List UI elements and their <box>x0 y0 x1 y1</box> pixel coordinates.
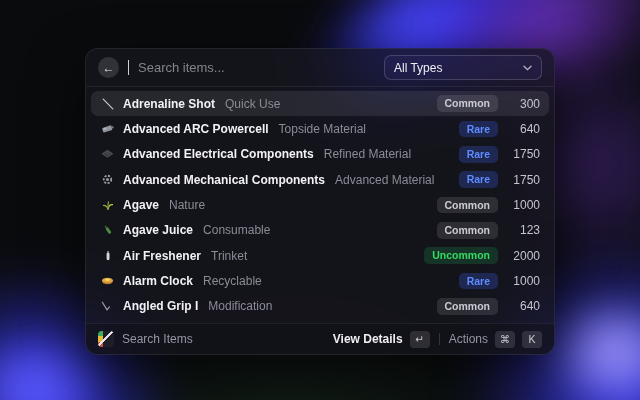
enter-key-icon: ↵ <box>410 331 430 348</box>
item-category: Trinket <box>211 249 247 263</box>
rarity-badge: Rare <box>459 273 498 290</box>
rarity-badge: Common <box>437 298 499 315</box>
gear-icon <box>100 172 115 187</box>
item-name: Alarm Clock <box>123 274 193 288</box>
view-details-button[interactable]: View Details <box>333 332 403 346</box>
footer-actions: View Details ↵ Actions ⌘ K <box>333 331 542 348</box>
list-item[interactable]: AgaveNatureCommon1000 <box>91 192 549 217</box>
rarity-badge: Common <box>437 197 499 214</box>
item-category: Recyclable <box>203 274 262 288</box>
footer-bar: Search Items View Details ↵ Actions ⌘ K <box>86 323 554 354</box>
text-caret <box>128 60 129 75</box>
type-filter-value: All Types <box>394 61 442 75</box>
item-category: Modification <box>208 299 272 313</box>
list-item[interactable]: Air FreshenerTrinketUncommon2000 <box>91 243 549 268</box>
item-value: 1000 <box>506 198 540 212</box>
type-filter-dropdown[interactable]: All Types <box>384 55 542 80</box>
footer-divider <box>439 333 440 345</box>
rarity-badge: Rare <box>459 146 498 163</box>
syringe-icon <box>100 96 115 111</box>
item-name: Agave Juice <box>123 223 193 237</box>
item-value: 300 <box>506 97 540 111</box>
item-category: Advanced Material <box>335 173 434 187</box>
item-value: 640 <box>506 299 540 313</box>
list-item[interactable]: Angled Grip IModificationCommon640 <box>91 294 549 319</box>
alarm-clock-icon <box>100 273 115 288</box>
bottle-icon <box>100 223 115 238</box>
rarity-badge: Rare <box>459 121 498 138</box>
item-value: 1750 <box>506 173 540 187</box>
grip-icon <box>100 299 115 314</box>
item-name: Advanced Electrical Components <box>123 147 314 161</box>
item-category: Refined Material <box>324 147 411 161</box>
item-value: 2000 <box>506 249 540 263</box>
item-results-list: Adrenaline ShotQuick UseCommon300Advance… <box>86 87 554 323</box>
item-name: Agave <box>123 198 159 212</box>
item-value: 640 <box>506 122 540 136</box>
app-logo-icon <box>98 331 114 347</box>
footer-context-label: Search Items <box>122 332 193 346</box>
command-key-icon: ⌘ <box>495 331 515 348</box>
plant-icon <box>100 197 115 212</box>
item-value: 1750 <box>506 147 540 161</box>
item-name: Advanced Mechanical Components <box>123 173 325 187</box>
item-category: Topside Material <box>279 122 366 136</box>
item-value: 1000 <box>506 274 540 288</box>
chip-icon <box>100 147 115 162</box>
item-value: 123 <box>506 223 540 237</box>
item-category: Quick Use <box>225 97 280 111</box>
list-item[interactable]: Alarm ClockRecyclableRare1000 <box>91 268 549 293</box>
rarity-badge: Rare <box>459 171 498 188</box>
arrow-left-icon: ← <box>103 62 115 74</box>
item-name: Angled Grip I <box>123 299 198 313</box>
item-name: Advanced ARC Powercell <box>123 122 269 136</box>
list-item[interactable]: Advanced Electrical ComponentsRefined Ma… <box>91 142 549 167</box>
list-item[interactable]: Agave JuiceConsumableCommon123 <box>91 218 549 243</box>
item-category: Consumable <box>203 223 270 237</box>
powercell-icon <box>100 121 115 136</box>
rarity-badge: Common <box>437 222 499 239</box>
back-button[interactable]: ← <box>98 57 119 78</box>
actions-button[interactable]: Actions <box>449 332 488 346</box>
search-palette-window: ← Search items... All Types Adrenaline S… <box>85 48 555 355</box>
item-name: Air Freshener <box>123 249 201 263</box>
rarity-badge: Uncommon <box>424 247 498 264</box>
search-input[interactable]: Search items... <box>138 60 375 75</box>
search-header: ← Search items... All Types <box>86 49 554 87</box>
air-freshener-icon <box>100 248 115 263</box>
list-item[interactable]: Advanced Mechanical ComponentsAdvanced M… <box>91 167 549 192</box>
k-key-icon: K <box>522 331 542 348</box>
item-name: Adrenaline Shot <box>123 97 215 111</box>
list-item[interactable]: Adrenaline ShotQuick UseCommon300 <box>91 91 549 116</box>
rarity-badge: Common <box>437 95 499 112</box>
list-item[interactable]: Advanced ARC PowercellTopside MaterialRa… <box>91 116 549 141</box>
item-category: Nature <box>169 198 205 212</box>
background-lavender-highlight <box>545 295 640 400</box>
chevron-down-icon <box>523 65 532 71</box>
